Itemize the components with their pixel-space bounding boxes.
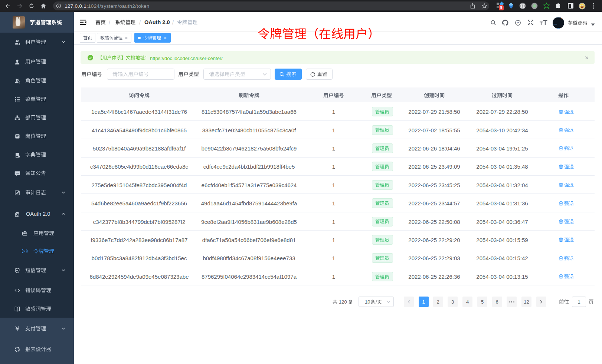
svg-text:?: ? (517, 21, 519, 25)
